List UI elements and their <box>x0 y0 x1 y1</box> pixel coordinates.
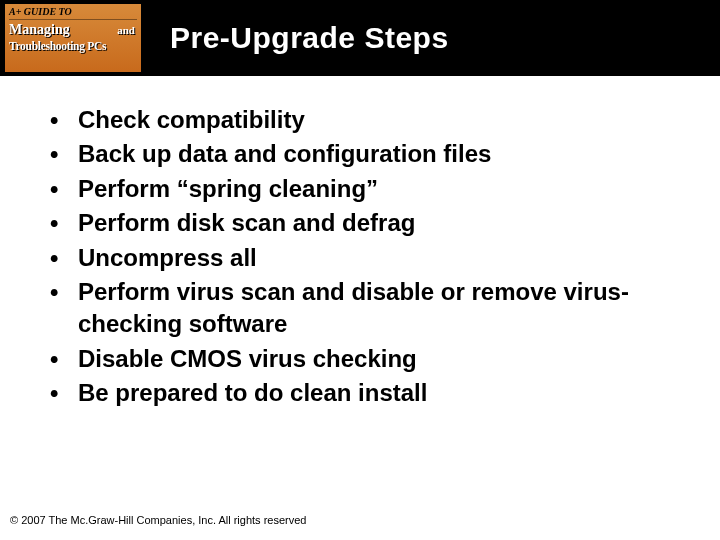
slide: A+ GUIDE TO Managing and Troubleshooting… <box>0 0 720 540</box>
title-bar: A+ GUIDE TO Managing and Troubleshooting… <box>0 0 720 76</box>
list-item: Perform disk scan and defrag <box>48 207 690 239</box>
book-logo: A+ GUIDE TO Managing and Troubleshooting… <box>4 3 142 73</box>
list-item: Check compatibility <box>48 104 690 136</box>
list-item: Perform “spring cleaning” <box>48 173 690 205</box>
logo-line2: Troubleshooting PCs <box>9 40 106 52</box>
logo-line1: Managing <box>9 22 70 38</box>
list-item: Uncompress all <box>48 242 690 274</box>
copyright-footer: © 2007 The Mc.Graw-Hill Companies, Inc. … <box>10 514 306 526</box>
list-item: Perform virus scan and disable or remove… <box>48 276 690 341</box>
logo-and: and <box>117 24 135 36</box>
list-item: Be prepared to do clean install <box>48 377 690 409</box>
slide-title: Pre-Upgrade Steps <box>142 21 720 55</box>
bullet-list: Check compatibility Back up data and con… <box>48 104 690 410</box>
list-item: Back up data and configuration files <box>48 138 690 170</box>
content-area: Check compatibility Back up data and con… <box>0 76 720 410</box>
logo-topline: A+ GUIDE TO <box>9 6 137 20</box>
list-item: Disable CMOS virus checking <box>48 343 690 375</box>
